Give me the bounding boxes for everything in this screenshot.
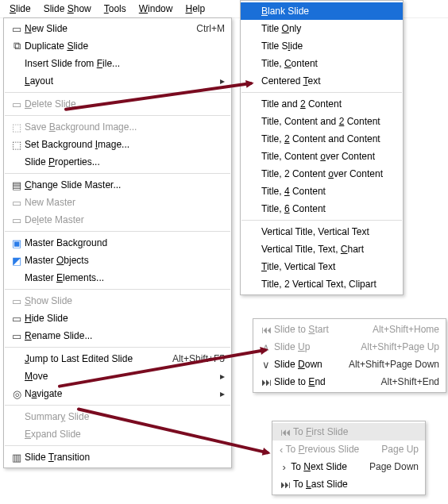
menu-item-slide-properties[interactable]: Slide Properties... [4, 153, 231, 171]
prev-icon: ‹ [277, 444, 286, 456]
menu-item-jump-to-last-edited-slide[interactable]: Jump to Last Edited SlideAlt+Shift+F5 [4, 350, 231, 367]
menu-item-new-master[interactable]: ▭New Master [4, 194, 231, 211]
menu-shortcut: Page Up [381, 444, 419, 455]
first-icon: ⏮ [258, 324, 274, 336]
menu-item-new-slide[interactable]: ▭New SlideCtrl+M [4, 20, 231, 37]
menu-item-label: Blank Slide [261, 6, 396, 17]
menu-item-title-vertical-text[interactable]: Title, Vertical Text [241, 258, 403, 275]
menu-shortcut: Ctrl+M [196, 23, 225, 34]
submenu-arrow-icon: ▸ [215, 371, 225, 382]
new-slide-icon: ▭ [9, 23, 25, 35]
layout-submenu: Blank SlideTitle OnlyTitle SlideTitle, C… [240, 0, 404, 295]
set-bg-icon: ⬚ [9, 139, 25, 151]
menu-item-to-previous-slide[interactable]: ‹To Previous SlidePage Up [272, 441, 425, 458]
next-icon: › [277, 461, 291, 473]
slide-menu: ▭New SlideCtrl+M⧉Duplicate SlideInsert S… [3, 17, 232, 468]
menu-item-label: Title, 2 Content and Content [261, 133, 396, 144]
menu-item-label: Title, Content over Content [261, 151, 396, 162]
menu-item-label: Title and 2 Content [261, 98, 396, 110]
menu-item-label: Slide to End [274, 376, 359, 387]
menu-item-title-and-2-content[interactable]: Title and 2 Content [241, 95, 403, 113]
menu-shortcut: Alt+Shift+Home [373, 324, 439, 335]
menu-item-navigate[interactable]: ◎Navigate▸ [4, 385, 231, 402]
menu-item-slide-up[interactable]: ∧Slide UpAlt+Shift+Page Up [253, 338, 446, 356]
menu-item-rename-slide[interactable]: ▭Rename Slide... [4, 327, 231, 344]
submenu-arrow-icon: ▸ [215, 388, 225, 399]
delete-slide-icon: ▭ [9, 98, 25, 110]
menu-item-title-content-over-content[interactable]: Title, Content over Content [241, 148, 403, 165]
menu-item-layout[interactable]: Layout▸ [4, 72, 231, 90]
menu-item-label: Jump to Last Edited Slide [25, 353, 150, 364]
menu-item-set-background-image[interactable]: ⬚Set Background Image... [4, 136, 231, 153]
menu-item-to-next-slide[interactable]: ›To Next SlidePage Down [272, 458, 425, 475]
menu-item-label: Title Only [261, 23, 396, 34]
menu-item-label: Vertical Title, Text, Chart [261, 244, 396, 255]
menu-item-slide-transition[interactable]: ▥Slide Transition [4, 448, 231, 466]
master-bg-icon: ▣ [9, 237, 25, 249]
menu-item-insert-slide-from-file[interactable]: Insert Slide from File... [4, 55, 231, 72]
menu-item-label: Rename Slide... [25, 330, 225, 341]
menubar-window[interactable]: Window [134, 2, 178, 16]
menu-item-label: Navigate [25, 388, 215, 399]
show-slide-icon: ▭ [9, 295, 25, 307]
menu-item-show-slide[interactable]: ▭Show Slide [4, 292, 231, 310]
menu-item-hide-slide[interactable]: ▭Hide Slide [4, 310, 231, 327]
menu-item-title-2-content-over-content[interactable]: Title, 2 Content over Content [241, 165, 403, 183]
menu-item-label: Delete Master [25, 214, 225, 225]
menu-item-to-last-slide[interactable]: ⏭To Last Slide [272, 475, 425, 493]
menu-item-vertical-title-text-chart[interactable]: Vertical Title, Text, Chart [241, 240, 403, 258]
menu-item-label: Change Slide Master... [25, 179, 225, 190]
menu-item-master-objects[interactable]: ◩Master Objects [4, 252, 231, 269]
menu-item-label: Master Objects [25, 255, 225, 266]
menu-item-vertical-title-vertical-text[interactable]: Vertical Title, Vertical Text [241, 223, 403, 240]
menubar-slideshow[interactable]: Slide Show [39, 2, 96, 16]
menu-separator [241, 220, 402, 221]
menu-item-master-background[interactable]: ▣Master Background [4, 234, 231, 252]
navigate-icon: ◎ [9, 388, 25, 400]
menu-item-title-content-and-2-content[interactable]: Title, Content and 2 Content [241, 113, 403, 130]
menu-item-slide-to-end[interactable]: ⏭Slide to EndAlt+Shift+End [253, 373, 446, 391]
menu-item-save-background-image[interactable]: ⬚Save Background Image... [4, 118, 231, 136]
menu-shortcut: Alt+Shift+Page Up [361, 341, 439, 352]
menu-item-title-6-content[interactable]: Title, 6 Content [241, 200, 403, 217]
menu-item-master-elements[interactable]: Master Elements... [4, 269, 231, 287]
menu-item-slide-to-start[interactable]: ⏮Slide to StartAlt+Shift+Home [253, 321, 446, 338]
menu-item-label: New Master [25, 197, 225, 208]
menu-item-label: Slide to Start [274, 324, 350, 335]
menu-item-delete-slide[interactable]: ▭Delete Slide [4, 95, 231, 113]
menu-separator [5, 173, 230, 174]
menubar-tools[interactable]: Tools [99, 2, 131, 16]
dup-slide-icon: ⧉ [9, 40, 25, 52]
menubar-slide[interactable]: Slide [5, 2, 36, 16]
menu-item-change-slide-master[interactable]: ▤Change Slide Master... [4, 176, 231, 194]
navigate-submenu: ⏮To First Slide‹To Previous SlidePage Up… [272, 421, 426, 495]
menu-shortcut: Page Down [369, 461, 419, 472]
menu-separator [5, 347, 230, 348]
menu-item-slide-down[interactable]: ∨Slide DownAlt+Shift+Page Down [253, 356, 446, 373]
menu-separator [5, 115, 230, 116]
new-master-icon: ▭ [9, 197, 25, 209]
menu-item-title-slide[interactable]: Title Slide [241, 37, 403, 55]
change-master-icon: ▤ [9, 179, 25, 191]
menubar-help[interactable]: Help [180, 2, 210, 16]
menu-item-title-2-vertical-text-clipart[interactable]: Title, 2 Vertical Text, Clipart [241, 275, 403, 293]
menu-item-centered-text[interactable]: Centered Text [241, 72, 403, 90]
menu-item-title-only[interactable]: Title Only [241, 20, 403, 37]
menu-separator [241, 92, 402, 93]
menu-item-to-first-slide[interactable]: ⏮To First Slide [272, 423, 425, 441]
menu-item-duplicate-slide[interactable]: ⧉Duplicate Slide [4, 37, 231, 55]
menu-item-label: Master Elements... [25, 272, 225, 283]
menu-item-blank-slide[interactable]: Blank Slide [241, 2, 403, 20]
menu-item-label: To Previous Slide [286, 444, 360, 455]
menu-item-title-content[interactable]: Title, Content [241, 55, 403, 72]
first-icon: ⏮ [277, 426, 293, 438]
menu-item-title-4-content[interactable]: Title, 4 Content [241, 183, 403, 200]
last-icon: ⏭ [258, 376, 274, 388]
menu-item-label: Centered Text [261, 75, 396, 87]
menu-item-label: Title, Content and 2 Content [261, 116, 396, 127]
menu-item-label: Duplicate Slide [25, 40, 225, 52]
menu-item-label: To Last Slide [293, 479, 419, 490]
menu-item-title-2-content-and-content[interactable]: Title, 2 Content and Content [241, 130, 403, 148]
down-icon: ∨ [258, 359, 274, 371]
menu-item-delete-master[interactable]: ▭Delete Master [4, 211, 231, 229]
